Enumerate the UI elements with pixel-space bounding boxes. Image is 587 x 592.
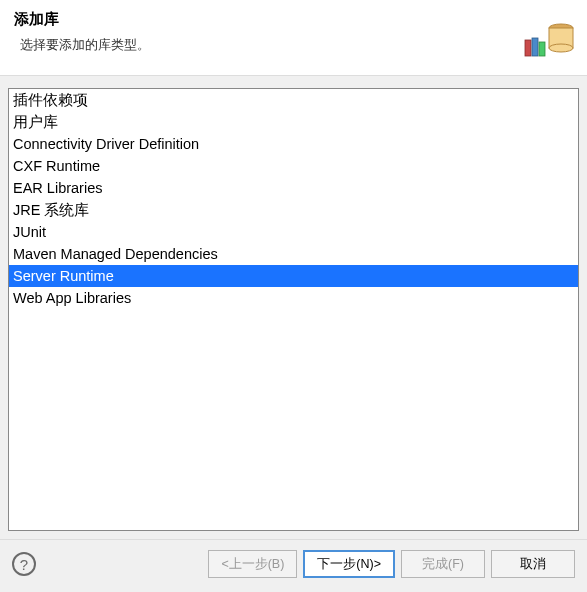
library-icon	[521, 10, 575, 60]
list-item[interactable]: Server Runtime	[9, 265, 578, 287]
cancel-button[interactable]: 取消	[491, 550, 575, 578]
library-type-listbox[interactable]: 插件依赖项用户库Connectivity Driver DefinitionCX…	[8, 88, 579, 531]
list-item[interactable]: JUnit	[9, 221, 578, 243]
list-item[interactable]: Connectivity Driver Definition	[9, 133, 578, 155]
list-item[interactable]: 插件依赖项	[9, 89, 578, 111]
next-button[interactable]: 下一步(N)>	[303, 550, 395, 578]
list-item[interactable]: EAR Libraries	[9, 177, 578, 199]
finish-button[interactable]: 完成(F)	[401, 550, 485, 578]
list-item[interactable]: Web App Libraries	[9, 287, 578, 309]
dialog-subtitle: 选择要添加的库类型。	[20, 37, 573, 54]
dialog-title: 添加库	[14, 10, 573, 29]
list-item[interactable]: CXF Runtime	[9, 155, 578, 177]
help-icon[interactable]: ?	[12, 552, 36, 576]
dialog-footer: ? <上一步(B) 下一步(N)> 完成(F) 取消	[0, 539, 587, 592]
dialog-content: 插件依赖项用户库Connectivity Driver DefinitionCX…	[0, 76, 587, 539]
list-item[interactable]: JRE 系统库	[9, 199, 578, 221]
svg-rect-3	[525, 40, 531, 56]
list-item[interactable]: 用户库	[9, 111, 578, 133]
svg-rect-5	[539, 42, 545, 56]
help-label: ?	[20, 556, 28, 573]
svg-point-2	[549, 44, 573, 52]
svg-rect-4	[532, 38, 538, 56]
dialog-header: 添加库 选择要添加的库类型。	[0, 0, 587, 76]
back-button[interactable]: <上一步(B)	[208, 550, 297, 578]
list-item[interactable]: Maven Managed Dependencies	[9, 243, 578, 265]
